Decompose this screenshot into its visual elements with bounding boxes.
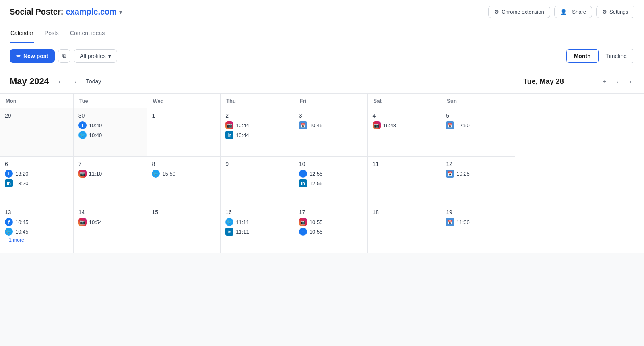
settings-label: Settings	[609, 9, 628, 15]
post-item[interactable]: f12:55	[299, 170, 363, 178]
post-item[interactable]: 📅10:25	[446, 170, 510, 178]
post-item[interactable]: f13:20	[5, 170, 68, 178]
post-time: 13:20	[15, 171, 29, 177]
day-number: 19	[446, 209, 510, 215]
calendar-cell[interactable]: 8🐦15:50	[147, 157, 221, 205]
prev-month-button[interactable]: ‹	[54, 76, 65, 87]
calendar-cell[interactable]: 1	[147, 108, 221, 157]
li-icon: in	[5, 179, 13, 187]
post-item[interactable]: 🐦15:50	[152, 170, 215, 178]
post-time: 12:55	[310, 171, 323, 177]
sidebar-prev-button[interactable]: ‹	[612, 76, 623, 87]
post-item[interactable]: 🐦10:40	[78, 131, 142, 139]
header-brand: Social Poster: example.com ▾	[10, 7, 122, 17]
new-post-label: New post	[23, 53, 48, 59]
calendar-cell[interactable]: 9	[221, 157, 294, 205]
tab-calendar[interactable]: Calendar	[10, 24, 34, 43]
tw-icon: 🐦	[152, 170, 160, 178]
cal-icon: 📅	[446, 121, 454, 129]
settings-button[interactable]: ⚙ Settings	[596, 6, 634, 18]
calendar-cell[interactable]: 16🐦11:11in11:11	[221, 205, 294, 253]
calendar-cell[interactable]: 14📷10:54	[74, 205, 147, 253]
post-time: 10:54	[89, 219, 102, 225]
post-item[interactable]: 📷11:10	[78, 170, 142, 178]
post-time: 16:48	[383, 122, 396, 128]
domain-link[interactable]: example.com	[66, 7, 117, 17]
sidebar-add-button[interactable]: +	[599, 76, 610, 87]
tab-content-ideas[interactable]: Content ideas	[69, 24, 105, 43]
post-item[interactable]: 📷10:54	[78, 218, 142, 226]
sidebar-next-button[interactable]: ›	[625, 76, 636, 87]
next-month-button[interactable]: ›	[70, 76, 81, 87]
day-number: 16	[225, 209, 289, 215]
post-time: 10:45	[15, 229, 29, 235]
new-post-button[interactable]: ✏ New post	[10, 49, 55, 63]
calendar-cell[interactable]: 15	[147, 205, 221, 253]
post-time: 10:55	[310, 219, 323, 225]
timeline-view-button[interactable]: Timeline	[599, 50, 634, 62]
post-item[interactable]: in13:20	[5, 179, 68, 187]
post-item[interactable]: 📷16:48	[373, 121, 436, 129]
calendar-cell[interactable]: 17📷10:55f10:55	[294, 205, 368, 253]
post-item[interactable]: 📷10:44	[225, 121, 289, 129]
share-button[interactable]: 👤+ Share	[554, 6, 592, 18]
post-time: 10:40	[89, 132, 102, 138]
month-view-button[interactable]: Month	[566, 49, 599, 63]
calendar-cell[interactable]: 29	[0, 108, 74, 157]
calendar-cell[interactable]: 11	[368, 157, 442, 205]
post-time: 10:55	[310, 229, 323, 235]
post-item[interactable]: f10:55	[299, 228, 363, 236]
post-item[interactable]: 📅10:45	[299, 121, 363, 129]
calendar-sidebar: Tue, May 28 + ‹ ›	[515, 69, 644, 253]
calendar-cell[interactable]: 30f10:40🐦10:40	[74, 108, 147, 157]
sidebar-date: Tue, May 28	[523, 77, 564, 86]
today-button[interactable]: Today	[86, 78, 101, 85]
calendar-cell[interactable]: 4📷16:48	[368, 108, 442, 157]
post-item[interactable]: 📅12:50	[446, 121, 510, 129]
post-item[interactable]: f10:45	[5, 218, 68, 226]
calendar-cell[interactable]: 18	[368, 205, 442, 253]
day-number: 10	[299, 161, 363, 167]
calendar-cell[interactable]: 6f13:20in13:20	[0, 157, 74, 205]
calendar-cell[interactable]: 12📅10:25	[441, 157, 515, 205]
view-toggle: Month Timeline	[566, 49, 634, 63]
calendar-cell[interactable]: 7📷11:10	[74, 157, 147, 205]
ig-icon: 📷	[78, 218, 87, 226]
calendar-cell[interactable]: 19📅11:00	[441, 205, 515, 253]
post-item[interactable]: in12:55	[299, 179, 363, 187]
post-item[interactable]: in11:11	[225, 228, 289, 236]
share-label: Share	[572, 9, 586, 15]
post-item[interactable]: 📅11:00	[446, 218, 510, 226]
post-item[interactable]: 🐦10:45	[5, 228, 68, 236]
li-icon: in	[225, 131, 233, 139]
day-header-tue: Tue	[74, 94, 147, 108]
post-time: 10:25	[456, 171, 470, 177]
sidebar-header: Tue, May 28 + ‹ ›	[515, 69, 644, 94]
day-header-thu: Thu	[221, 94, 294, 108]
profiles-chevron-icon: ▾	[108, 53, 111, 59]
domain-chevron[interactable]: ▾	[119, 9, 122, 15]
post-time: 12:55	[310, 180, 323, 186]
calendar-cell[interactable]: 13f10:45🐦10:45+ 1 more	[0, 205, 74, 253]
chrome-extension-button[interactable]: ⚙ Chrome extension	[488, 6, 550, 18]
day-number: 17	[299, 209, 363, 215]
all-profiles-button[interactable]: All profiles ▾	[74, 49, 117, 63]
post-time: 10:40	[89, 122, 102, 128]
post-item[interactable]: 🐦11:11	[225, 218, 289, 226]
fb-icon: f	[5, 170, 13, 178]
post-item[interactable]: f10:40	[78, 121, 142, 129]
calendar-cell[interactable]: 2📷10:44in10:44	[221, 108, 294, 157]
more-posts-link[interactable]: + 1 more	[5, 237, 68, 243]
calendar-cell[interactable]: 3📅10:45	[294, 108, 368, 157]
li-icon: in	[299, 179, 307, 187]
post-item[interactable]: 📷10:55	[299, 218, 363, 226]
calendar-title: May 2024	[10, 76, 49, 87]
copy-button[interactable]: ⧉	[58, 49, 70, 63]
day-header-sun: Sun	[441, 94, 515, 108]
post-time: 10:44	[236, 122, 249, 128]
calendar-cell[interactable]: 5📅12:50	[441, 108, 515, 157]
ig-icon: 📷	[225, 121, 233, 129]
tab-posts[interactable]: Posts	[44, 24, 60, 43]
calendar-cell[interactable]: 10f12:55in12:55	[294, 157, 368, 205]
post-item[interactable]: in10:44	[225, 131, 289, 139]
